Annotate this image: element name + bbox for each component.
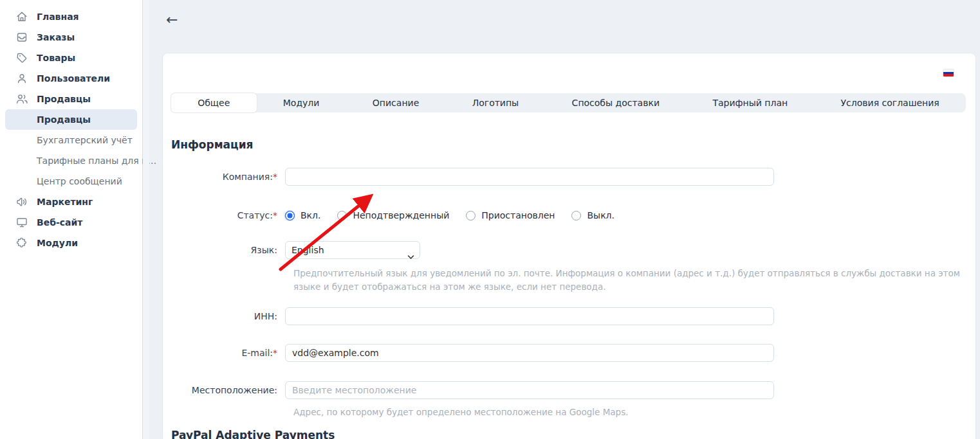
language-help-text: Предпочтительный язык для уведомлений по… xyxy=(293,267,967,294)
sidebar-item-home[interactable]: Главная xyxy=(0,6,142,27)
radio-dot xyxy=(466,211,476,220)
monitor-icon xyxy=(15,216,28,229)
sidebar-subitem-vendors[interactable]: Продавцы xyxy=(5,109,137,130)
form-row-language: Язык: English xyxy=(171,241,966,259)
sidebar-item-vendors[interactable]: Продавцы xyxy=(0,89,142,109)
sidebar-item-label: Тарифные планы для п… xyxy=(37,156,156,166)
tab-shipping-methods[interactable]: Способы доставки xyxy=(545,93,686,112)
form-row-status: Статус:* Вкл. Неподтвержденный Приостано… xyxy=(171,208,966,222)
inn-input[interactable] xyxy=(285,307,774,325)
tab-tariff-plan[interactable]: Тарифный план xyxy=(686,93,814,112)
tab-bar: Общее Модули Описание Логотипы Способы д… xyxy=(171,93,966,112)
sidebar-item-website[interactable]: Веб-сайт xyxy=(0,212,142,233)
radio-dot xyxy=(337,211,347,220)
form-row-language-help: Предпочтительный язык для уведомлений по… xyxy=(171,267,966,295)
location-label: Местоположение: xyxy=(171,381,277,399)
vendor-edit-card: Общее Модули Описание Логотипы Способы д… xyxy=(163,53,975,439)
form-row-email: E-mail:* xyxy=(171,344,966,362)
radio-status-suspended[interactable]: Приостановлен xyxy=(466,210,555,220)
radio-dot xyxy=(571,211,581,220)
required-asterisk: * xyxy=(273,172,277,182)
tab-addons[interactable]: Модули xyxy=(257,93,346,112)
language-label: Язык: xyxy=(171,241,277,259)
users-icon xyxy=(15,93,28,105)
user-icon xyxy=(15,72,28,85)
sidebar-subitem-tariff-plans[interactable]: Тарифные планы для п… xyxy=(0,150,142,171)
home-icon xyxy=(15,10,28,23)
required-asterisk: * xyxy=(273,348,277,358)
sidebar-item-orders[interactable]: Заказы xyxy=(0,27,142,48)
email-label: E-mail:* xyxy=(171,344,277,362)
sidebar-item-label: Продавцы xyxy=(37,94,91,104)
tag-icon xyxy=(15,51,28,64)
inbox-icon xyxy=(15,31,28,44)
sidebar-subitem-accounting[interactable]: Бухгалтерский учёт xyxy=(0,130,142,150)
russian-flag-icon[interactable] xyxy=(943,69,954,76)
tab-description[interactable]: Описание xyxy=(346,93,446,112)
tab-agreement-terms[interactable]: Условия соглашения xyxy=(814,93,966,112)
megaphone-icon xyxy=(15,195,28,208)
sidebar-item-label: Бухгалтерский учёт xyxy=(37,135,133,145)
radio-status-disabled[interactable]: Выкл. xyxy=(571,210,615,220)
company-input[interactable] xyxy=(285,168,774,186)
sidebar-item-products[interactable]: Товары xyxy=(0,48,142,68)
sidebar-item-label: Главная xyxy=(37,12,79,22)
location-help-text: Адрес, по которому будет определено мест… xyxy=(293,406,967,419)
sidebar-item-label: Пользователи xyxy=(37,73,110,84)
inn-label: ИНН: xyxy=(171,307,277,325)
radio-status-pending[interactable]: Неподтвержденный xyxy=(337,210,449,220)
sidebar: Главная Заказы Товары Пользователи Прода… xyxy=(0,0,143,439)
required-asterisk: * xyxy=(273,210,277,220)
sidebar-item-label: Веб-сайт xyxy=(37,217,82,228)
sidebar-item-label: Заказы xyxy=(37,32,75,42)
tab-general[interactable]: Общее xyxy=(171,93,257,112)
sidebar-subitem-message-center[interactable]: Центр сообщений xyxy=(0,171,142,192)
language-select[interactable]: English xyxy=(285,241,420,259)
email-input[interactable] xyxy=(285,344,774,362)
sidebar-item-marketing[interactable]: Маркетинг xyxy=(0,192,142,212)
sidebar-item-label: Модули xyxy=(37,238,78,248)
sidebar-item-addons[interactable]: Модули xyxy=(0,233,142,253)
form-row-location-help: Адрес, по которому будет определено мест… xyxy=(171,406,966,420)
sidebar-item-users[interactable]: Пользователи xyxy=(0,68,142,89)
section-title-information: Информация xyxy=(171,138,253,151)
form-row-company: Компания:* xyxy=(171,168,966,186)
location-input[interactable] xyxy=(285,381,774,399)
tab-logos[interactable]: Логотипы xyxy=(445,93,545,112)
radio-status-active[interactable]: Вкл. xyxy=(285,210,320,220)
form-row-inn: ИНН: xyxy=(171,307,966,325)
sidebar-item-label: Центр сообщений xyxy=(37,176,122,186)
back-button[interactable]: ← xyxy=(166,13,178,27)
form-row-location: Местоположение: xyxy=(171,381,966,399)
sidebar-item-label: Маркетинг xyxy=(37,197,93,207)
main-content: ← Общее Модули Описание Логотипы Способы… xyxy=(150,0,980,439)
section-title-paypal: PayPal Adaptive Payments xyxy=(171,429,335,439)
status-label: Статус:* xyxy=(171,208,277,222)
sidebar-item-label: Продавцы xyxy=(37,114,91,125)
sidebar-item-label: Товары xyxy=(37,53,75,63)
company-label: Компания:* xyxy=(171,168,277,186)
puzzle-icon xyxy=(15,237,28,249)
radio-dot xyxy=(285,211,295,220)
status-radio-group: Вкл. Неподтвержденный Приостановлен Выкл… xyxy=(285,208,615,222)
